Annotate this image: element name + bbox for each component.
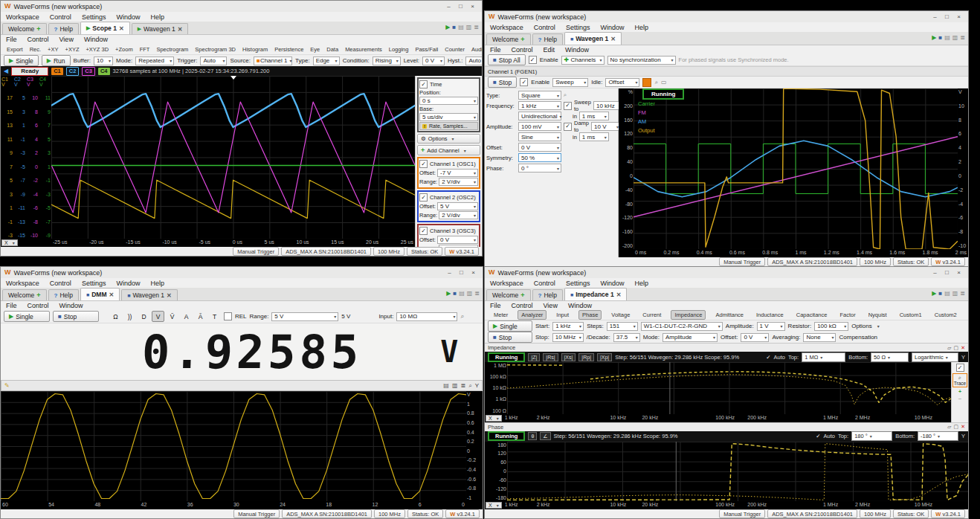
rel-checkbox[interactable]	[224, 312, 232, 320]
menu-item[interactable]: Control	[50, 13, 71, 21]
trace-selected[interactable]: ⌕Trace	[952, 373, 967, 387]
close-icon[interactable]: ✕	[119, 25, 124, 32]
manual-trigger-button[interactable]: Manual Trigger	[719, 509, 765, 518]
hyst-select[interactable]: Auto▾	[465, 57, 482, 65]
mode-dc-current-button[interactable]: A	[180, 311, 193, 322]
x-axis-selector[interactable]: X▾	[486, 415, 502, 422]
xs-button[interactable]: |Xs|	[561, 353, 576, 361]
remove-trace-button[interactable]: –	[958, 396, 961, 401]
condition-select[interactable]: Rising▾	[373, 57, 401, 65]
menu-item[interactable]: File	[6, 302, 17, 309]
rate-button[interactable]: 100 MHz	[374, 509, 405, 518]
view-button[interactable]: Analyzer	[518, 310, 547, 320]
menu-item[interactable]: Workspace	[6, 280, 39, 287]
tab-wavegen-1[interactable]: ■Wavegen 1✕	[564, 32, 622, 45]
y-button[interactable]: Y	[961, 354, 965, 361]
y-button[interactable]: Y	[961, 433, 965, 439]
scope-plot[interactable]	[51, 76, 415, 239]
window-button[interactable]: –	[444, 269, 455, 276]
trigger-select[interactable]: Auto▾	[200, 57, 227, 65]
scale-select[interactable]: Logarithmic▾	[912, 352, 958, 362]
frequency-select[interactable]: 1 kHz▾	[518, 101, 561, 110]
tab-welcome[interactable]: Welcome+	[2, 23, 47, 34]
menu-item[interactable]: Window	[565, 46, 589, 54]
quick-run-icons[interactable]: ▶■▤▥≣	[445, 24, 479, 30]
phase-plot[interactable]	[507, 442, 968, 502]
menu-item[interactable]: Help	[150, 280, 164, 287]
menu-item[interactable]: Edit	[544, 46, 555, 54]
view-button[interactable]: Current	[639, 311, 664, 319]
damp-to-checkbox[interactable]: ✓	[564, 123, 572, 131]
auto-label[interactable]: Auto	[774, 354, 785, 361]
device-button[interactable]: ADS_MAX A SN:210018BD1401	[767, 257, 857, 266]
mode-temperature-button[interactable]: T	[208, 311, 221, 322]
menu-item[interactable]: Window	[600, 280, 624, 287]
panel-window-icons[interactable]: ▱▢✕	[947, 345, 965, 351]
view-button[interactable]: Spectrogram 3D	[195, 46, 236, 53]
stop-button[interactable]: ■Stop	[53, 311, 99, 322]
x-axis-selector[interactable]: X▾	[486, 502, 502, 509]
rs-button[interactable]: |Rs|	[543, 353, 558, 361]
mode-select[interactable]: Repeated▾	[135, 57, 174, 65]
start-select[interactable]: 1 kHz▾	[552, 322, 584, 331]
plot-header-icons[interactable]: ▤▥≣⌕Y	[443, 382, 479, 390]
stop-button[interactable]: ■Stop	[488, 332, 532, 343]
view-button[interactable]: +XY	[48, 46, 58, 53]
version-button[interactable]: Wv3.24.1	[931, 257, 965, 266]
sync-select[interactable]: No synchronization▾	[607, 56, 676, 65]
close-icon[interactable]: ✕	[178, 26, 183, 33]
source-select[interactable]: ■Channel 1▾	[254, 57, 292, 65]
position-select[interactable]: 0 s▾	[419, 97, 478, 105]
window-button[interactable]: –	[929, 13, 941, 20]
view-button[interactable]: Meter	[491, 311, 511, 319]
channel-chip-c1[interactable]: C1	[51, 68, 63, 75]
input-select[interactable]: 10 MΩ▾	[396, 312, 457, 321]
single-button[interactable]: ▶Single	[4, 55, 39, 66]
phase-select[interactable]: 0 °▾	[518, 164, 561, 173]
damp-shape-select[interactable]: Sine▾	[518, 132, 561, 141]
channel-2-range[interactable]: 2 V/div▾	[439, 211, 478, 219]
view-button[interactable]: +XYZ	[65, 46, 80, 53]
view-button[interactable]: Counter	[445, 46, 465, 53]
channel-1-offset[interactable]: -7 V▾	[437, 169, 478, 177]
view-button[interactable]: Voltage	[608, 311, 633, 319]
channels-select[interactable]: ✚Channels▾	[561, 56, 605, 65]
menu-item[interactable]: Workspace	[490, 24, 523, 31]
view-button[interactable]: Rec.	[30, 46, 41, 53]
channel-chip-c3[interactable]: C3	[82, 67, 95, 76]
view-button[interactable]: +XYZ 3D	[86, 46, 109, 53]
menu-item[interactable]: Settings	[566, 24, 590, 31]
collapse-icon[interactable]: ◀	[4, 68, 8, 74]
close-icon[interactable]: ✕	[167, 292, 172, 299]
rp-button[interactable]: |Rp|	[578, 353, 594, 361]
menu-item[interactable]: View	[544, 302, 558, 309]
quick-run-icons[interactable]: ▶■▤▥≣	[446, 290, 480, 297]
menu-item[interactable]: Help	[634, 280, 648, 287]
window-button[interactable]: ×	[467, 3, 478, 10]
rate-samples-button[interactable]: !Rate, Samples...	[419, 122, 478, 130]
mode-select[interactable]: Amplitude▾	[663, 333, 718, 342]
sweep-direction-select[interactable]: Unidirectional▾	[518, 112, 561, 120]
topology-select[interactable]: W1-C1-DUT-C2-R-GND▾	[641, 322, 723, 331]
window-button[interactable]: □	[941, 13, 952, 20]
xp-button[interactable]: |Xp|	[597, 353, 612, 361]
resistor-select[interactable]: 100 kΩ▾	[814, 322, 848, 331]
rate-button[interactable]: 100 MHz	[373, 247, 404, 256]
status-ok-button[interactable]: Status: OK	[893, 509, 929, 518]
view-button[interactable]: FFT	[140, 46, 150, 53]
enable-checkbox[interactable]: ✓	[529, 56, 537, 64]
manual-trigger-button[interactable]: Manual Trigger	[719, 257, 765, 266]
menu-item[interactable]: Workspace	[490, 280, 523, 287]
rate-button[interactable]: 100 MHz	[860, 509, 891, 518]
view-button[interactable]: Input	[553, 311, 572, 319]
view-button[interactable]: +Zoom	[115, 46, 133, 53]
view-button[interactable]: Time	[967, 311, 968, 319]
view-button[interactable]: Custom2	[932, 311, 960, 319]
menu-item[interactable]: Control	[28, 36, 49, 43]
view-button[interactable]: Admittance	[712, 311, 747, 319]
view-button[interactable]: Logging	[389, 46, 409, 53]
idle-select[interactable]: Offset▾	[605, 78, 639, 87]
close-icon[interactable]: ✕	[109, 291, 114, 298]
edit-icon[interactable]: ⌕	[564, 91, 567, 99]
window-button[interactable]: □	[456, 269, 467, 276]
